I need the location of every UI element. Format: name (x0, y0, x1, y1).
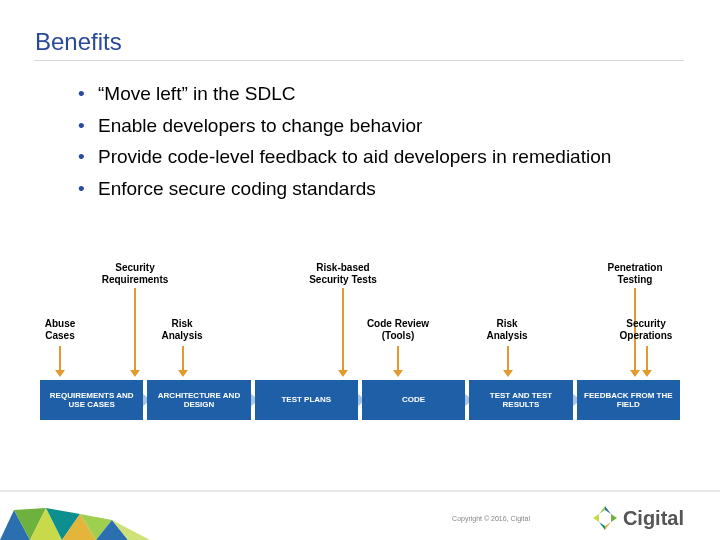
touchpoint-label: Risk Analysis (480, 318, 534, 341)
slide: Benefits “Move left” in the SDLC Enable … (0, 0, 720, 540)
logo-mark-icon (591, 504, 619, 532)
bullet-item: “Move left” in the SDLC (78, 80, 668, 108)
brand-name: Cigital (623, 507, 684, 530)
phase-box: TEST PLANS (255, 380, 358, 420)
bullet-item: Provide code-level feedback to aid devel… (78, 143, 668, 171)
arrow-down-icon (55, 346, 65, 377)
arrow-down-icon (393, 346, 403, 377)
touchpoint-label: Risk Analysis (155, 318, 209, 341)
bullet-list: “Move left” in the SDLC Enable developer… (78, 80, 668, 206)
phase-box: TEST AND TEST RESULTS (469, 380, 572, 420)
copyright-text: Copyright © 2016, Cigital (452, 515, 530, 522)
svg-marker-11 (599, 522, 605, 530)
sdlc-diagram: Security Requirements Risk-based Securit… (40, 262, 680, 432)
phase-box: ARCHITECTURE AND DESIGN (147, 380, 250, 420)
touchpoint-label: Security Requirements (95, 262, 175, 285)
title-underline (34, 60, 684, 61)
bullet-item: Enforce secure coding standards (78, 175, 668, 203)
touchpoint-row-mid: Abuse Cases Risk Analysis Code Review (T… (40, 318, 680, 352)
touchpoint-label: Risk-based Security Tests (298, 262, 388, 285)
arrow-down-icon (642, 346, 652, 377)
svg-marker-12 (593, 514, 599, 522)
bullet-item: Enable developers to change behavior (78, 112, 668, 140)
touchpoint-row-top: Security Requirements Risk-based Securit… (40, 262, 680, 302)
arrow-down-icon (503, 346, 513, 377)
arrow-down-icon (178, 346, 188, 377)
phase-box: FEEDBACK FROM THE FIELD (577, 380, 680, 420)
slide-title: Benefits (35, 28, 122, 56)
touchpoint-label: Abuse Cases (35, 318, 85, 341)
touchpoint-label: Code Review (Tools) (360, 318, 436, 341)
svg-marker-13 (599, 506, 605, 514)
svg-marker-10 (605, 522, 611, 530)
brand-logo: Cigital (591, 504, 684, 532)
touchpoint-label: Security Operations (615, 318, 677, 341)
footer-decoration-icon (0, 480, 170, 540)
phase-box: CODE (362, 380, 465, 420)
phase-row: REQUIREMENTS AND USE CASES ARCHITECTURE … (40, 380, 680, 420)
phase-box: REQUIREMENTS AND USE CASES (40, 380, 143, 420)
touchpoint-label: Penetration Testing (595, 262, 675, 285)
svg-marker-8 (605, 506, 611, 514)
svg-marker-9 (611, 514, 617, 522)
